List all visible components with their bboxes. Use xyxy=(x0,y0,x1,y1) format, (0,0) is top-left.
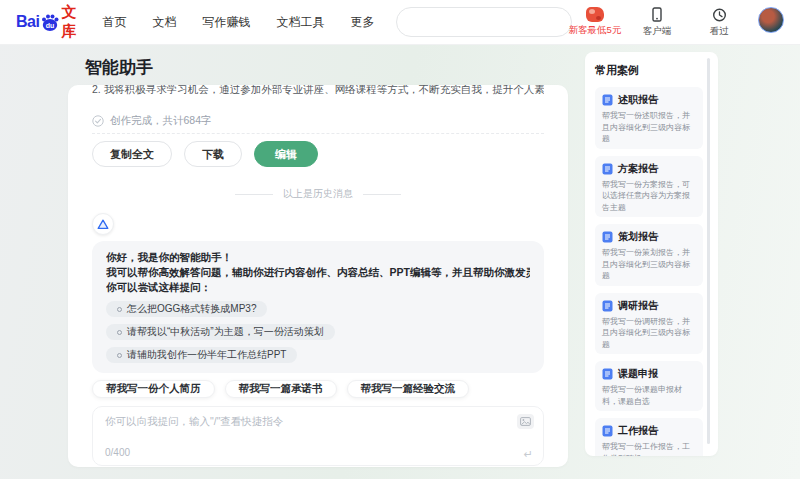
welcome-message-bubble: 你好，我是你的智能助手！ 我可以帮你高效解答问题，辅助你进行内容创作、内容总结、… xyxy=(92,241,544,373)
common-cases-title: 常用案例 xyxy=(595,63,710,78)
char-counter: 0/400 xyxy=(105,447,130,458)
bullet-ring-icon xyxy=(117,307,122,312)
chat-card: 2. 我将积极寻求学习机会，通过参加外部专业讲座、网络课程等方式，不断充实自我，… xyxy=(68,85,568,467)
chat-input-box: 0/400 ↵ xyxy=(92,406,544,466)
suggestion-label: 请帮我以“中秋活动”为主题，写一份活动策划 xyxy=(127,325,324,339)
enter-key-icon: ↵ xyxy=(524,448,533,461)
chat-input[interactable] xyxy=(105,415,485,445)
edit-button[interactable]: 编辑 xyxy=(254,141,318,167)
quick-ask-row: 帮我写一份个人简历 帮我写一篇承诺书 帮我写一篇经验交流 xyxy=(92,380,544,398)
case-desc: 帮我写一份工作报告，工作类型随机 xyxy=(602,441,697,456)
logo-text-wenku: 文库 xyxy=(61,3,76,41)
quick-ask-experience[interactable]: 帮我写一篇经验交流 xyxy=(347,380,470,398)
welcome-line-1: 你好，我是你的智能助手！ xyxy=(106,250,530,265)
case-desc: 帮我写一份述职报告，并且内容细化到三级内容标题 xyxy=(602,110,697,145)
svg-text:du: du xyxy=(46,22,55,29)
case-desc: 帮我写一份调研报告，并且内容细化到三级内容标题 xyxy=(602,316,697,351)
suggestion-list: 怎么把OGG格式转换成MP3? 请帮我以“中秋活动”为主题，写一份活动策划 请辅… xyxy=(106,301,530,363)
welcome-line-2: 我可以帮你高效解答问题，辅助你进行内容创作、内容总结、PPT编辑等，并且帮助你激… xyxy=(106,265,530,280)
nav-write-earn[interactable]: 写作赚钱 xyxy=(202,14,250,31)
download-button[interactable]: 下载 xyxy=(184,141,242,167)
case-title: 调研报告 xyxy=(618,299,658,313)
welcome-line-3: 你可以尝试这样提问： xyxy=(106,280,530,295)
bullet-ring-icon xyxy=(117,330,122,335)
clock-icon xyxy=(712,7,727,23)
dashed-divider xyxy=(92,133,544,134)
common-cases-panel: 常用案例 述职报告 帮我写一份述职报告，并且内容细化到三级内容标题 方案报告 帮… xyxy=(585,52,718,456)
case-title: 方案报告 xyxy=(618,162,658,176)
quick-ask-commitment[interactable]: 帮我写一篇承诺书 xyxy=(225,380,337,398)
search-bar: 搜索文档 xyxy=(396,7,572,37)
doc-actions: 复制全文 下载 编辑 xyxy=(92,141,544,167)
baidu-wenku-logo[interactable]: Bai du 文库 xyxy=(16,3,76,41)
client-app-entry[interactable]: 客户端 xyxy=(634,7,680,38)
copy-all-button[interactable]: 复制全文 xyxy=(92,141,172,167)
case-item-diaoyan-report[interactable]: 调研报告 帮我写一份调研报告，并且内容细化到三级内容标题 xyxy=(595,293,703,355)
main-nav: 首页 文档 写作赚钱 文档工具 更多 xyxy=(102,14,374,31)
history-divider-label: 以上是历史消息 xyxy=(283,187,353,201)
quick-ask-resume[interactable]: 帮我写一份个人简历 xyxy=(92,380,215,398)
new-user-promo[interactable]: 新客最低5元 xyxy=(572,7,618,37)
check-circle-icon xyxy=(92,115,104,127)
divider-line xyxy=(235,194,273,195)
assistant-panel: 智能助手 2. 我将积极寻求学习机会，通过参加外部专业讲座、网络课程等方式，不断… xyxy=(68,45,568,467)
case-item-cehua-report[interactable]: 策划报告 帮我写一份策划报告，并且内容细化到三级内容标题 xyxy=(595,224,703,286)
upload-image-button[interactable] xyxy=(517,414,534,429)
top-navbar: Bai du 文库 首页 文档 写作赚钱 文档工具 更多 搜索文档 新客最低5元 xyxy=(0,0,800,45)
document-icon xyxy=(602,368,613,380)
suggestion-chip[interactable]: 请帮我以“中秋活动”为主题，写一份活动策划 xyxy=(106,324,335,340)
document-icon xyxy=(602,425,613,437)
generation-status: 创作完成，共计684字 xyxy=(92,114,544,128)
sidebar-scrollbar[interactable] xyxy=(707,58,710,444)
case-item-keti-shenbao[interactable]: 课题申报 帮我写一份课题申报材料，课题自选 xyxy=(595,361,703,411)
case-title: 工作报告 xyxy=(618,424,658,438)
suggestion-label: 怎么把OGG格式转换成MP3? xyxy=(127,302,256,316)
promo-gift-icon xyxy=(586,7,604,22)
phone-icon xyxy=(650,7,664,23)
user-avatar[interactable] xyxy=(758,7,784,33)
document-icon xyxy=(602,94,613,106)
assistant-avatar xyxy=(92,213,114,235)
baidu-paw-icon: du xyxy=(40,13,60,32)
case-title: 课题申报 xyxy=(618,367,658,381)
nav-more[interactable]: 更多 xyxy=(350,14,374,31)
status-text: 创作完成，共计684字 xyxy=(110,114,212,128)
case-item-fangan-report[interactable]: 方案报告 帮我写一份方案报告，可以选择任意内容为方案报告主题 xyxy=(595,156,703,218)
search-input[interactable] xyxy=(397,8,572,36)
logo-text-bai: Bai xyxy=(16,13,39,31)
assistant-logo-icon xyxy=(97,219,109,230)
promo-label: 新客最低5元 xyxy=(569,24,622,37)
document-icon xyxy=(602,231,613,243)
viewed-label: 看过 xyxy=(710,25,729,38)
page-title: 智能助手 xyxy=(68,45,568,85)
case-item-shuzhi-report[interactable]: 述职报告 帮我写一份述职报告，并且内容细化到三级内容标题 xyxy=(595,87,703,149)
divider-line xyxy=(363,194,401,195)
viewed-history-entry[interactable]: 看过 xyxy=(696,7,742,38)
bullet-ring-icon xyxy=(117,353,122,358)
case-item-gongzuo-report[interactable]: 工作报告 帮我写一份工作报告，工作类型随机 xyxy=(595,418,703,456)
case-desc: 帮我写一份课题申报材料，课题自选 xyxy=(602,384,697,407)
case-title: 策划报告 xyxy=(618,230,658,244)
generated-doc-tail-text: 2. 我将积极寻求学习机会，通过参加外部专业讲座、网络课程等方式，不断充实自我，… xyxy=(92,85,544,98)
suggestion-label: 请辅助我创作一份半年工作总结PPT xyxy=(127,348,286,362)
suggestion-chip[interactable]: 怎么把OGG格式转换成MP3? xyxy=(106,301,267,317)
document-icon xyxy=(602,163,613,175)
history-divider: 以上是历史消息 xyxy=(92,187,544,201)
nav-doc-tools[interactable]: 文档工具 xyxy=(276,14,324,31)
nav-home[interactable]: 首页 xyxy=(102,14,126,31)
nav-docs[interactable]: 文档 xyxy=(152,14,176,31)
suggestion-chip[interactable]: 请辅助我创作一份半年工作总结PPT xyxy=(106,347,297,363)
case-desc: 帮我写一份策划报告，并且内容细化到三级内容标题 xyxy=(602,247,697,282)
document-icon xyxy=(602,300,613,312)
case-desc: 帮我写一份方案报告，可以选择任意内容为方案报告主题 xyxy=(602,179,697,214)
client-label: 客户端 xyxy=(643,25,672,38)
image-icon xyxy=(520,417,531,426)
case-title: 述职报告 xyxy=(618,93,658,107)
